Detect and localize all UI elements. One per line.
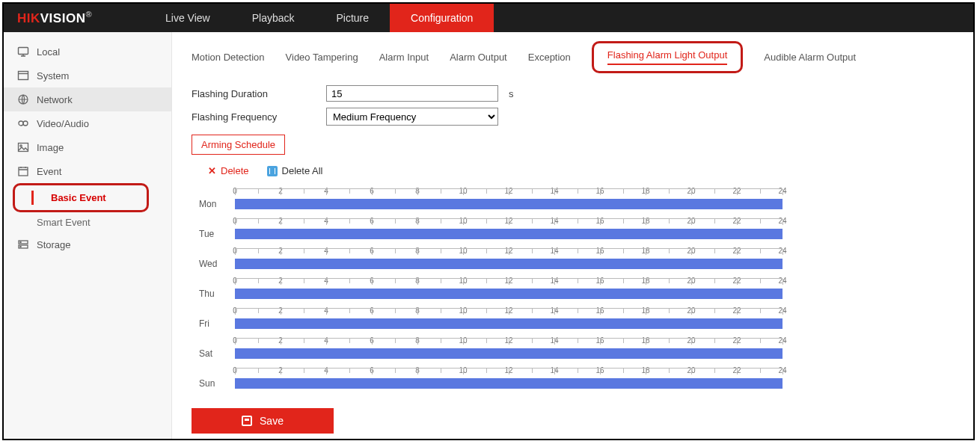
save-label: Save xyxy=(260,415,284,427)
sidebar-item-image[interactable]: Image xyxy=(4,135,171,159)
svg-point-4 xyxy=(23,121,28,126)
topnav-configuration[interactable]: Configuration xyxy=(390,4,494,32)
subtab-motion-detection[interactable]: Motion Detection xyxy=(192,49,265,66)
flashing-duration-row: Flashing Duration s xyxy=(192,85,954,102)
schedule-ruler xyxy=(235,218,783,229)
save-icon xyxy=(242,416,252,426)
schedule-row-fri[interactable]: Fri024681012141618202224 xyxy=(199,302,783,332)
delete-all-label: Delete All xyxy=(282,165,323,176)
subtab-alarm-output[interactable]: Alarm Output xyxy=(450,49,507,66)
schedule-day-label: Sun xyxy=(199,378,235,392)
schedule-track[interactable]: 024681012141618202224 xyxy=(235,278,783,302)
schedule-row-thu[interactable]: Thu024681012141618202224 xyxy=(199,272,783,302)
top-bar: HIKVISION® Live ViewPlaybackPictureConfi… xyxy=(4,4,973,32)
svg-rect-5 xyxy=(19,144,28,152)
schedule-day-label: Tue xyxy=(199,229,235,242)
schedule-day-label: Sat xyxy=(199,348,235,362)
subtab-video-tampering[interactable]: Video Tampering xyxy=(286,49,358,66)
highlight-basic-event: Basic Event xyxy=(13,183,149,212)
sidebar-item-label: Image xyxy=(37,142,64,153)
schedule-row-sun[interactable]: Sun024681012141618202224 xyxy=(199,362,783,392)
main-content: Motion DetectionVideo TamperingAlarm Inp… xyxy=(172,32,973,439)
schedule-toolbar: ✕ Delete Delete All xyxy=(192,161,954,182)
schedule-track[interactable]: 024681012141618202224 xyxy=(235,218,783,242)
schedule-row-sat[interactable]: Sat024681012141618202224 xyxy=(199,332,783,362)
schedule-ruler xyxy=(235,338,783,348)
schedule-track[interactable]: 024681012141618202224 xyxy=(235,188,783,212)
subtab-audible-alarm-output[interactable]: Audible Alarm Output xyxy=(764,49,856,66)
schedule-day-label: Mon xyxy=(199,199,235,212)
sidebar-item-label: Network xyxy=(37,94,73,105)
schedule-ruler xyxy=(235,248,783,259)
sidebar-item-storage[interactable]: Storage xyxy=(4,232,171,256)
sidebar-sub-smart-event[interactable]: Smart Event xyxy=(4,212,171,232)
storage-icon xyxy=(17,238,29,250)
flashing-frequency-row: Flashing Frequency Medium Frequency xyxy=(192,108,954,126)
trash-icon xyxy=(267,166,278,176)
subtab-exception[interactable]: Exception xyxy=(528,49,571,66)
schedule-row-mon[interactable]: Mon024681012141618202224 xyxy=(199,182,783,212)
image-icon xyxy=(17,141,29,153)
globe-icon xyxy=(17,93,29,105)
schedule-ruler xyxy=(235,308,783,318)
subtab-alarm-input[interactable]: Alarm Input xyxy=(379,49,429,66)
subtab-bar: Motion DetectionVideo TamperingAlarm Inp… xyxy=(192,41,954,73)
sidebar-sub-basic-event[interactable]: Basic Event xyxy=(18,188,144,208)
brand-reg: ® xyxy=(85,10,92,19)
schedule-bar[interactable] xyxy=(235,318,783,329)
schedule-track[interactable]: 024681012141618202224 xyxy=(235,338,783,362)
sidebar-item-label: System xyxy=(37,70,69,81)
schedule-bar[interactable] xyxy=(235,199,783,209)
top-nav: Live ViewPlaybackPictureConfiguration xyxy=(144,4,494,32)
sidebar-item-video-audio[interactable]: Video/Audio xyxy=(4,111,171,135)
schedule-bar[interactable] xyxy=(235,259,783,269)
schedule-bar[interactable] xyxy=(235,378,783,389)
schedule-ruler xyxy=(235,278,783,289)
delete-button[interactable]: ✕ Delete xyxy=(208,165,249,176)
svg-point-10 xyxy=(20,241,21,242)
monitor-icon xyxy=(17,46,29,58)
sidebar-item-event[interactable]: Event xyxy=(4,159,171,183)
close-icon: ✕ xyxy=(208,165,216,176)
schedule-bar[interactable] xyxy=(235,348,783,359)
svg-rect-7 xyxy=(19,167,28,176)
save-button[interactable]: Save xyxy=(192,408,334,434)
arming-schedule-tab[interactable]: Arming Schedule xyxy=(192,135,285,155)
flashing-frequency-select[interactable]: Medium Frequency xyxy=(326,108,498,126)
sidebar-item-network[interactable]: Network xyxy=(4,87,171,111)
schedule-row-tue[interactable]: Tue024681012141618202224 xyxy=(199,212,783,242)
svg-point-11 xyxy=(20,246,21,247)
schedule-day-label: Thu xyxy=(199,289,235,302)
highlight-flashing-alarm-tab: Flashing Alarm Light Output xyxy=(592,41,743,73)
schedule-bar[interactable] xyxy=(235,229,783,239)
delete-label: Delete xyxy=(221,165,249,176)
brand-part1: HIK xyxy=(17,11,40,25)
sidebar-item-label: Event xyxy=(37,166,61,177)
flashing-duration-input[interactable] xyxy=(326,85,498,102)
svg-rect-1 xyxy=(19,72,28,80)
sidebar-item-label: Storage xyxy=(37,239,71,250)
svg-point-6 xyxy=(20,145,22,147)
subtab-flashing-alarm-light-output[interactable]: Flashing Alarm Light Output xyxy=(607,46,727,65)
topnav-live-view[interactable]: Live View xyxy=(144,4,231,32)
flashing-frequency-label: Flashing Frequency xyxy=(192,111,326,123)
arming-schedule-grid[interactable]: Mon024681012141618202224Tue0246810121416… xyxy=(192,182,783,392)
schedule-row-wed[interactable]: Wed024681012141618202224 xyxy=(199,242,783,272)
schedule-track[interactable]: 024681012141618202224 xyxy=(235,368,783,392)
brand-logo: HIKVISION® xyxy=(17,10,92,26)
sidebar-item-system[interactable]: System xyxy=(4,64,171,87)
schedule-day-label: Fri xyxy=(199,318,235,332)
schedule-track[interactable]: 024681012141618202224 xyxy=(235,308,783,332)
sidebar-item-label: Video/Audio xyxy=(37,118,89,129)
schedule-bar[interactable] xyxy=(235,289,783,299)
schedule-track[interactable]: 024681012141618202224 xyxy=(235,248,783,272)
sidebar-item-label: Local xyxy=(37,46,60,58)
delete-all-button[interactable]: Delete All xyxy=(267,165,323,176)
topnav-picture[interactable]: Picture xyxy=(316,4,391,32)
sidebar: LocalSystemNetworkVideo/AudioImageEventB… xyxy=(4,32,172,439)
topnav-playback[interactable]: Playback xyxy=(231,4,316,32)
sidebar-item-local[interactable]: Local xyxy=(4,40,171,64)
svg-point-3 xyxy=(19,121,23,126)
av-icon xyxy=(17,117,29,129)
schedule-ruler xyxy=(235,188,783,199)
